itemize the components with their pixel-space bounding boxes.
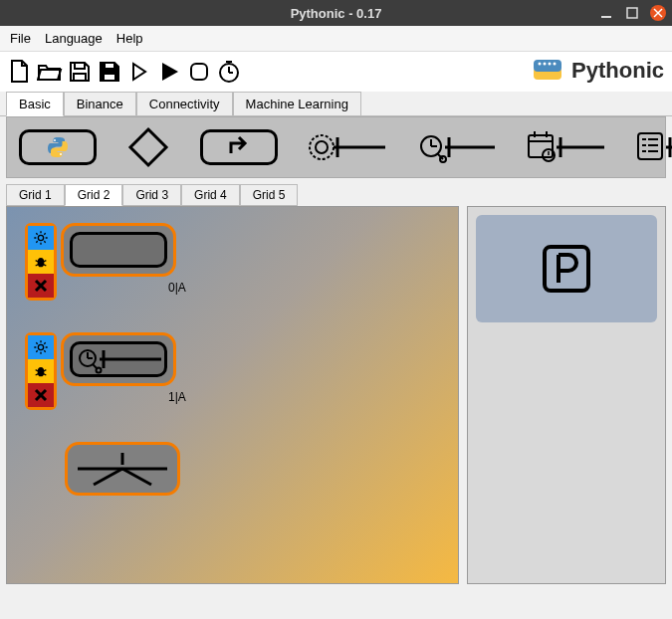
node-delete-icon[interactable]: [28, 274, 54, 298]
node-0-label: 0|A: [168, 281, 186, 295]
stop-icon[interactable]: [185, 58, 213, 86]
grid-tab-1[interactable]: Grid 1: [6, 184, 65, 206]
menubar: File Language Help: [0, 26, 672, 52]
svg-rect-5: [191, 64, 207, 80]
svg-line-72: [122, 469, 151, 485]
menu-language[interactable]: Language: [45, 31, 103, 46]
tab-binance[interactable]: Binance: [64, 92, 136, 116]
palette-branch-block[interactable]: [126, 125, 170, 169]
svg-rect-4: [105, 75, 114, 80]
maximize-button[interactable]: [624, 5, 640, 21]
svg-point-18: [310, 135, 334, 159]
palette-return-block[interactable]: [200, 125, 278, 169]
tab-machine-learning[interactable]: Machine Learning: [233, 92, 361, 116]
svg-line-71: [94, 469, 122, 485]
svg-point-46: [38, 235, 43, 240]
grid-node-2[interactable]: [65, 442, 180, 496]
node-delete-icon[interactable]: [28, 383, 54, 407]
node-1-label: 1|A: [168, 390, 186, 404]
svg-point-16: [54, 139, 56, 141]
step-icon[interactable]: [125, 58, 153, 86]
grid-tab-3[interactable]: Grid 3: [122, 184, 181, 206]
palette-scheduler-block[interactable]: [417, 125, 497, 169]
titlebar: Pythonic - 0.17: [0, 0, 672, 26]
grid-canvas[interactable]: 0|A 1|A: [6, 206, 459, 584]
svg-point-17: [60, 153, 62, 155]
grid-node-0[interactable]: 0|A: [25, 223, 176, 301]
svg-point-19: [316, 141, 328, 153]
window-title: Pythonic - 0.17: [291, 6, 382, 21]
grid-tab-strip: Grid 1 Grid 2 Grid 3 Grid 4 Grid 5: [0, 184, 672, 206]
close-button[interactable]: [650, 5, 666, 21]
svg-line-58: [36, 374, 39, 375]
side-panel: [467, 206, 666, 584]
svg-line-50: [36, 265, 39, 266]
svg-point-66: [97, 368, 102, 373]
save-as-icon[interactable]: [96, 58, 123, 86]
palette-process-block[interactable]: [308, 125, 387, 169]
category-tab-strip: Basic Binance Connectivity Machine Learn…: [0, 92, 672, 116]
svg-rect-11: [534, 60, 561, 72]
svg-rect-1: [627, 8, 637, 18]
minimize-button[interactable]: [598, 5, 614, 21]
grid-tab-5[interactable]: Grid 5: [240, 184, 299, 206]
menu-help[interactable]: Help: [116, 31, 143, 46]
grid-tab-4[interactable]: Grid 4: [181, 184, 240, 206]
timer-icon[interactable]: [215, 58, 243, 86]
play-icon[interactable]: [155, 58, 183, 86]
brand-logo: Pythonic: [530, 54, 664, 88]
svg-point-14: [549, 63, 552, 66]
palette-table-block[interactable]: [636, 125, 672, 169]
element-palette: [6, 116, 666, 178]
svg-point-47: [38, 258, 45, 267]
new-file-icon[interactable]: [6, 58, 34, 86]
palette-python-block[interactable]: [19, 125, 97, 169]
svg-point-12: [539, 63, 542, 66]
palette-calendar-block[interactable]: [527, 125, 606, 169]
node-settings-icon[interactable]: [28, 226, 54, 250]
grid-tab-2[interactable]: Grid 2: [65, 184, 123, 206]
node-debug-icon[interactable]: [28, 359, 54, 383]
save-icon[interactable]: [66, 58, 94, 86]
svg-point-15: [554, 63, 557, 66]
svg-line-59: [44, 374, 47, 375]
svg-line-51: [44, 265, 47, 266]
menu-file[interactable]: File: [10, 31, 31, 46]
tab-basic[interactable]: Basic: [6, 92, 64, 116]
node-debug-icon[interactable]: [28, 250, 54, 274]
open-folder-icon[interactable]: [36, 58, 64, 86]
node-settings-icon[interactable]: [28, 335, 54, 359]
svg-point-13: [544, 63, 547, 66]
placeholder-element[interactable]: [476, 215, 657, 322]
svg-point-54: [38, 344, 43, 349]
grid-node-1[interactable]: 1|A: [25, 332, 176, 410]
toolbar: Pythonic: [0, 52, 672, 92]
tab-connectivity[interactable]: Connectivity: [136, 92, 233, 116]
svg-point-55: [38, 367, 45, 376]
brand-name: Pythonic: [571, 58, 664, 84]
